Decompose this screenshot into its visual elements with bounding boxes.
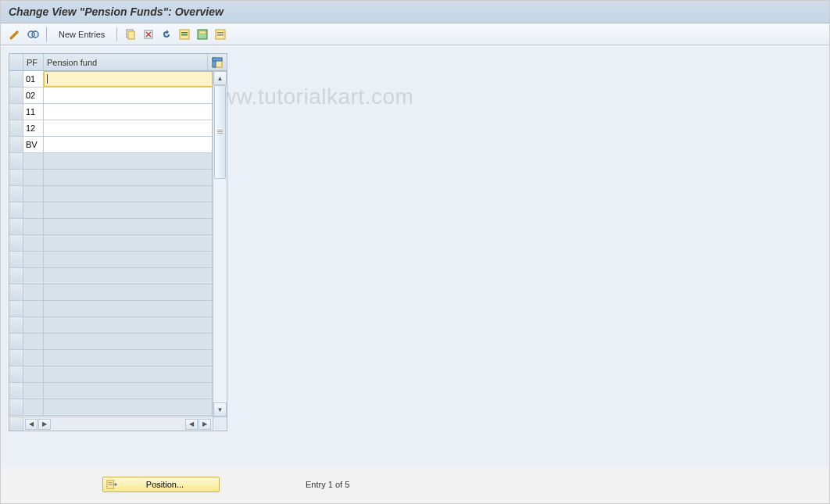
table-row-empty [9, 301, 213, 317]
cell-pf-empty [23, 170, 44, 185]
row-selector[interactable] [9, 88, 23, 103]
row-selector[interactable] [9, 317, 23, 333]
toolbar: New Entries [1, 23, 829, 45]
row-selector[interactable] [9, 268, 23, 284]
row-selector[interactable] [9, 235, 23, 251]
cell-pension-fund-empty [44, 202, 213, 218]
cell-pf-empty [23, 350, 44, 366]
row-selector[interactable] [9, 350, 23, 366]
copy-as-icon[interactable] [123, 27, 138, 42]
scroll-down-button[interactable]: ▼ [213, 402, 227, 416]
row-selector[interactable] [9, 383, 23, 399]
watermark: www.tutorialkart.com [204, 84, 413, 109]
table-row-empty [9, 350, 213, 366]
table-settings-icon[interactable] [208, 54, 227, 70]
row-selector[interactable] [9, 334, 23, 349]
row-selector[interactable] [9, 153, 23, 169]
cell-pf[interactable]: BV [23, 137, 44, 152]
toggle-display-change-icon[interactable] [7, 27, 23, 42]
scroll-up-button[interactable]: ▲ [213, 71, 227, 85]
cell-pf-empty [23, 252, 44, 267]
svg-point-1 [32, 31, 38, 38]
scrollbar-thumb[interactable] [214, 85, 226, 179]
row-selector[interactable] [9, 284, 23, 300]
position-button[interactable]: Position... [102, 477, 220, 492]
column-header-pf[interactable]: PF [23, 54, 44, 70]
cell-pension-fund-empty [44, 284, 213, 300]
row-selector[interactable] [9, 219, 23, 234]
row-selector[interactable] [9, 137, 23, 152]
scroll-left-step-button[interactable]: ▶ [38, 419, 51, 430]
entry-counter: Entry 1 of 5 [306, 480, 349, 489]
cell-pension-fund[interactable] [44, 104, 213, 120]
row-selector[interactable] [9, 202, 23, 218]
cell-pension-fund-empty [44, 366, 213, 382]
row-selector[interactable] [9, 71, 23, 87]
delete-icon[interactable] [141, 27, 156, 42]
table-row: 02 [9, 88, 213, 104]
cell-pension-fund-empty [44, 153, 213, 169]
vertical-scrollbar[interactable]: ▲ ▼ [213, 71, 227, 416]
cell-pension-fund-empty [44, 252, 213, 267]
cell-pf-empty [23, 153, 44, 169]
select-all-icon[interactable] [177, 27, 192, 42]
row-selector[interactable] [9, 120, 23, 136]
cell-pension-fund-empty [44, 399, 213, 415]
cell-pension-fund-empty [44, 301, 213, 316]
svg-rect-11 [217, 32, 224, 34]
cell-pension-fund-empty [44, 334, 213, 349]
cell-pf-empty [23, 366, 44, 382]
row-selector[interactable] [9, 301, 23, 316]
table-row-empty [9, 317, 213, 334]
cell-pf-empty [23, 219, 44, 234]
svg-rect-9 [199, 31, 206, 34]
other-entry-icon[interactable] [25, 27, 41, 42]
scroll-right-step-button[interactable]: ◀ [185, 419, 198, 430]
cell-pension-fund[interactable] [44, 88, 213, 103]
cell-pf-empty [23, 268, 44, 284]
svg-rect-18 [109, 484, 113, 485]
row-selector[interactable] [9, 366, 23, 382]
row-selector[interactable] [9, 186, 23, 202]
column-header-pension-fund[interactable]: Pension fund [44, 54, 208, 70]
row-selector[interactable] [9, 252, 23, 267]
cell-pension-fund-empty [44, 350, 213, 366]
cell-pf-empty [23, 235, 44, 251]
cell-pension-fund-empty [44, 235, 213, 251]
row-selector[interactable] [9, 170, 23, 185]
cell-pf[interactable]: 11 [23, 104, 44, 120]
table-row-empty [9, 219, 213, 235]
position-icon [106, 479, 117, 490]
row-selector[interactable] [9, 399, 23, 415]
table-row: 12 [9, 120, 213, 137]
cell-pf[interactable]: 01 [23, 71, 44, 87]
svg-rect-15 [213, 58, 222, 61]
column-header-selector[interactable] [9, 54, 23, 70]
table-row-empty [9, 153, 213, 170]
row-selector[interactable] [9, 104, 23, 120]
position-button-label: Position... [125, 480, 205, 489]
new-entries-button[interactable]: New Entries [52, 28, 111, 41]
select-block-icon[interactable] [195, 27, 210, 42]
pension-funds-table: PF Pension fund 01021112BV ▲ ▼ ◀ ▶ ◀ ▶ [9, 53, 227, 431]
cell-pf[interactable]: 02 [23, 88, 44, 103]
scroll-right-button[interactable]: ▶ [199, 419, 211, 430]
footer: Position... Entry 1 of 5 [1, 477, 829, 492]
cell-pension-fund-empty [44, 317, 213, 333]
content-area: www.tutorialkart.com PF Pension fund 010… [1, 45, 829, 467]
deselect-all-icon[interactable] [213, 27, 228, 42]
table-row-empty [9, 334, 213, 350]
cell-pension-fund-empty [44, 383, 213, 399]
cell-pension-fund-empty [44, 268, 213, 284]
svg-rect-17 [109, 482, 113, 483]
page-title: Change View "Pension Funds": Overview [1, 1, 829, 23]
cell-pension-fund[interactable] [44, 137, 213, 152]
undo-change-icon[interactable] [159, 27, 174, 42]
cell-pension-fund[interactable] [44, 120, 213, 136]
cell-pension-fund[interactable] [44, 71, 213, 87]
scroll-left-button[interactable]: ◀ [25, 419, 38, 430]
cell-pf[interactable]: 12 [23, 120, 44, 136]
cell-pf-empty [23, 284, 44, 300]
cell-pension-fund-empty [44, 219, 213, 234]
svg-rect-3 [128, 31, 134, 39]
